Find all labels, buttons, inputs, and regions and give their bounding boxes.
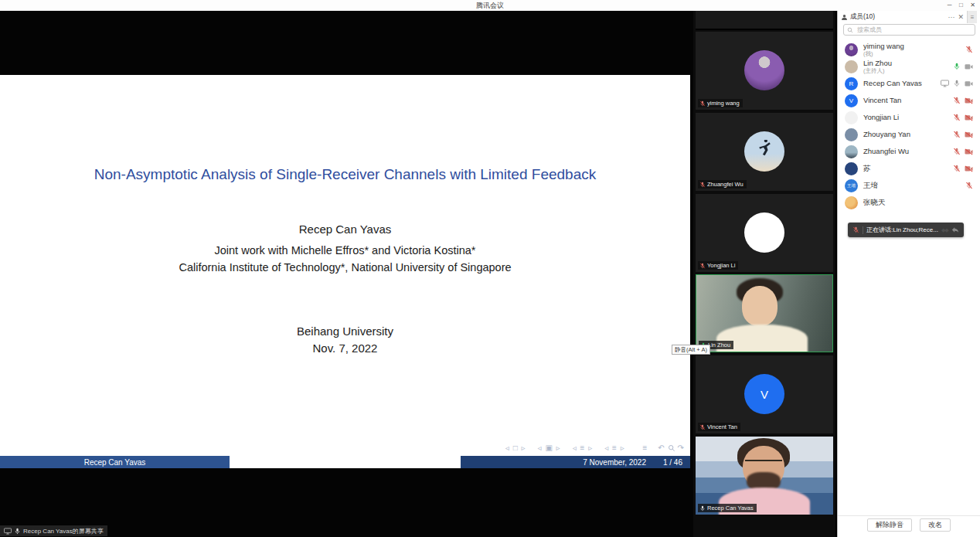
speaking-toast: 正在讲话:Lin Zhou;Rece... ◆◆ — [848, 223, 964, 237]
panel-footer-divider — [838, 515, 980, 516]
video-tile-lin-zhou[interactable]: Lin Zhou — [696, 274, 833, 352]
close-icon[interactable]: ✕ — [967, 0, 978, 11]
member-name: 张晓天 — [863, 199, 886, 206]
search-icon — [847, 27, 853, 33]
mic-muted-icon[interactable] — [953, 148, 961, 155]
collapse-panel-icon[interactable]: ≡ — [967, 11, 977, 23]
tile-name-label: Vincent Tan — [698, 423, 740, 431]
mic-muted-icon[interactable] — [953, 114, 961, 121]
member-row-vincent-tan[interactable]: V Vincent Tan — [838, 92, 980, 109]
close-panel-icon[interactable]: ✕ — [958, 13, 964, 21]
member-name: Zhuangfei Wu — [863, 148, 909, 155]
member-role: (主持人) — [863, 68, 892, 74]
video-tile-yiming-wang[interactable]: yiming wang — [696, 32, 833, 110]
member-row-zhuangfei-wu[interactable]: Zhuangfei Wu — [838, 143, 980, 160]
screen-share-icon[interactable] — [941, 80, 949, 87]
screen-share-icon — [4, 528, 12, 535]
share-status-text: Recep Can Yavas的屏幕共享 — [23, 527, 104, 535]
members-count-title: 成员(10) — [850, 12, 875, 22]
unmute-button[interactable]: 解除静音 — [867, 518, 912, 532]
mic-muted-icon[interactable] — [965, 182, 973, 189]
more-icon[interactable]: ··· — [948, 13, 954, 21]
camera-off-icon[interactable] — [965, 97, 973, 104]
share-status-bar: Recep Can Yavas的屏幕共享 — [0, 525, 107, 536]
avatar — [845, 111, 858, 124]
video-tile-vincent-tan[interactable]: V Vincent Tan — [696, 355, 833, 433]
mic-muted-icon[interactable] — [953, 131, 961, 138]
window-title: 腾讯会议 — [0, 1, 980, 11]
minimize-icon[interactable]: ─ — [944, 0, 955, 11]
slide-affiliation: California Institute of Technology*, Nat… — [0, 261, 690, 274]
member-row-wang-yu[interactable]: 王堉 王堉 — [838, 177, 980, 194]
window-controls: ─ □ ✕ — [944, 0, 978, 11]
participant-name: Vincent Tan — [707, 423, 737, 430]
footer-author: Recep Can Yavas — [0, 456, 230, 468]
undo-icon[interactable]: ↶ — [658, 444, 665, 452]
video-content — [742, 286, 778, 326]
member-name: Lin Zhou — [863, 59, 892, 67]
mic-on-icon — [699, 505, 706, 512]
raise-hand-icon: ◆◆ — [941, 227, 948, 233]
redo-icon[interactable]: ↷ — [678, 444, 685, 452]
member-name: yiming wang — [863, 42, 904, 50]
mic-on-icon[interactable] — [953, 63, 961, 70]
member-name: Yongjian Li — [863, 114, 899, 121]
video-content — [745, 460, 782, 468]
panel-header-actions: ··· ✕ ≡ — [948, 11, 977, 23]
tile-name-label: yiming wang — [698, 99, 743, 107]
camera-on-icon[interactable] — [965, 80, 973, 87]
avatar — [845, 145, 858, 158]
members-panel-header: 成员(10) ··· ✕ ≡ — [838, 11, 980, 23]
video-tile-zhuangfei-wu[interactable]: Zhuangfei Wu — [696, 113, 833, 191]
video-strip: yiming wang Zhuangfei Wu Yongjian Li Lin… — [693, 11, 835, 537]
member-row-yongjian-li[interactable]: Yongjian Li — [838, 109, 980, 126]
member-name: 苏 — [863, 165, 871, 172]
maximize-icon[interactable]: □ — [955, 0, 967, 11]
slide-footer: Recep Can Yavas 7 November, 2022 1 / 46 — [0, 456, 690, 468]
beamer-navigation-icons[interactable]: ◃ □ ▹ ◃ ▣ ▹ ◃ ≡ ▹ ◃ ≡ ▹ ≡ ↶ ↷ — [505, 444, 685, 452]
camera-off-icon[interactable] — [965, 148, 973, 155]
video-tile-recep-can-yavas[interactable]: Recep Can Yavas — [696, 437, 833, 515]
member-name: 王堉 — [863, 182, 878, 189]
camera-off-icon[interactable] — [965, 131, 973, 138]
slide-venue: Beihang University — [0, 325, 690, 338]
member-row-su[interactable]: 苏 — [838, 160, 980, 177]
avatar — [744, 212, 784, 253]
footer-right: 7 November, 2022 1 / 46 — [461, 456, 690, 468]
panel-footer-buttons: 解除静音 改名 — [838, 518, 980, 532]
member-row-recep-can-yavas[interactable]: R Recep Can Yavas — [838, 75, 980, 92]
avatar — [845, 128, 858, 141]
member-row-lin-zhou[interactable]: Lin Zhou (主持人) — [838, 58, 980, 75]
mute-tooltip: 静音(Alt + A) — [672, 345, 710, 355]
camera-on-icon[interactable] — [965, 63, 973, 70]
mic-on-icon[interactable] — [953, 80, 961, 87]
mic-muted-icon[interactable] — [953, 165, 961, 172]
member-row-yiming-wang[interactable]: yiming wang (我) — [838, 41, 980, 58]
member-row-zhang-xiaotian[interactable]: 张晓天 — [838, 194, 980, 211]
mic-muted-icon[interactable] — [965, 46, 973, 53]
participant-name: Zhuangfei Wu — [707, 181, 744, 188]
partial-video-tile[interactable] — [696, 11, 833, 30]
footer-page-number: 1 / 46 — [663, 458, 682, 467]
member-search-box[interactable] — [843, 24, 975, 36]
magnifier-icon[interactable] — [668, 444, 675, 452]
rename-button[interactable]: 改名 — [920, 518, 951, 532]
mic-muted-icon[interactable] — [953, 97, 961, 104]
avatar: V — [845, 94, 858, 107]
video-tile-yongjian-li[interactable]: Yongjian Li — [696, 194, 833, 272]
beamer-nav-symbols[interactable]: ◃ □ ▹ ◃ ▣ ▹ ◃ ≡ ▹ ◃ ≡ ▹ ≡ — [505, 444, 648, 452]
slide-title: Non-Asymptotic Analysis of Single-Receiv… — [0, 166, 690, 183]
member-row-zhouyang-yan[interactable]: Zhouyang Yan — [838, 126, 980, 143]
avatar — [744, 50, 784, 90]
avatar — [845, 162, 858, 175]
silhouette-figure — [753, 140, 776, 163]
participant-name: Yongjian Li — [707, 262, 735, 269]
member-name: Zhouyang Yan — [863, 131, 910, 138]
search-input[interactable] — [856, 25, 971, 34]
camera-off-icon[interactable] — [965, 114, 973, 121]
mic-muted-icon — [699, 182, 706, 188]
footer-middle — [230, 456, 461, 468]
member-name: Vincent Tan — [863, 97, 901, 104]
camera-off-icon[interactable] — [965, 165, 973, 172]
slide-date: Nov. 7, 2022 — [0, 342, 690, 355]
